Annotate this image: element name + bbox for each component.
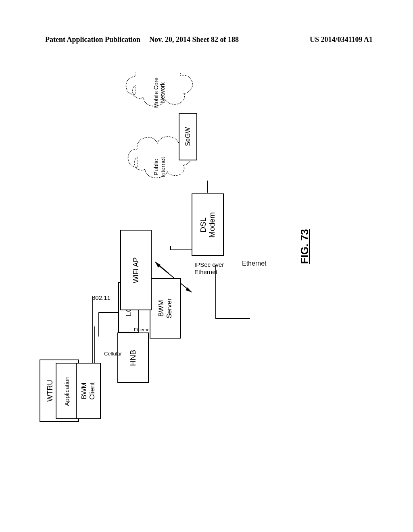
figure-label: FIG. 73 — [298, 229, 311, 264]
label-bwm-client: BWM Client — [80, 382, 96, 399]
label-cellular: Cellular — [104, 350, 122, 357]
label-application: Application — [63, 376, 70, 405]
label-wtru: WTRU — [46, 380, 54, 402]
figure-diagram: WTRU Application BWM Client LGW HNB BWM … — [32, 73, 379, 443]
label-segw: SeGW — [184, 127, 192, 146]
box-bwm-server: BWM Server — [150, 278, 181, 339]
box-segw-solid: SeGW — [179, 113, 197, 160]
header-center: Nov. 20, 2014 Sheet 82 of 188 — [149, 35, 239, 44]
header-left: Patent Application Publication — [45, 35, 140, 44]
box-bwm-client: BWM Client — [76, 363, 101, 419]
header-right: US 2014/0341109 A1 — [310, 35, 373, 44]
label-80211: 802.11 — [92, 294, 111, 301]
svg-point-4 — [169, 237, 173, 246]
label-public-internet: Public Internet — [152, 157, 166, 178]
label-ipsec: IPSec over Ethernet — [194, 261, 224, 276]
label-dsl-modem: DSL Modem — [199, 212, 217, 237]
label-mobile-core: Mobile Core Network — [153, 77, 166, 108]
cloud-mobile-core: Mobile Core Network — [139, 77, 179, 109]
svg-point-19 — [169, 262, 173, 270]
box-application: Application — [56, 363, 78, 419]
box-dsl-modem: DSL Modem — [192, 193, 224, 256]
label-ethernet-small: Ethernet — [134, 326, 151, 333]
box-hnb: HNB — [117, 332, 149, 383]
label-hnb: HNB — [129, 349, 138, 366]
cloud-public-internet: Public Internet — [141, 151, 177, 183]
label-ethernet-big: Ethernet — [242, 260, 266, 267]
box-wifi-ap-final: WiFi AP — [120, 230, 152, 310]
label-bwm-server: BWM Server — [157, 298, 173, 318]
label-wifi-ap: WiFi AP — [131, 257, 140, 283]
